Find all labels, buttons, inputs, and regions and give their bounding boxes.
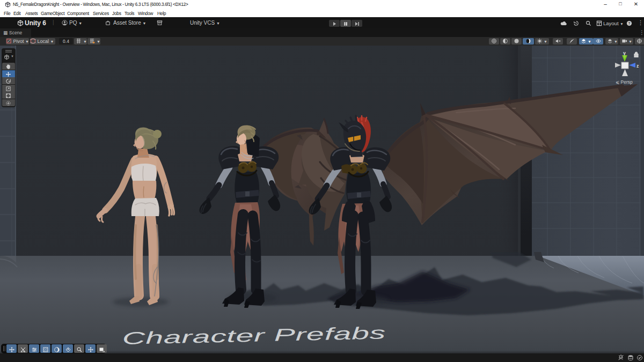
- svg-text:y: y: [623, 50, 626, 56]
- svg-text:z: z: [636, 63, 639, 69]
- svg-text:?: ?: [628, 21, 631, 25]
